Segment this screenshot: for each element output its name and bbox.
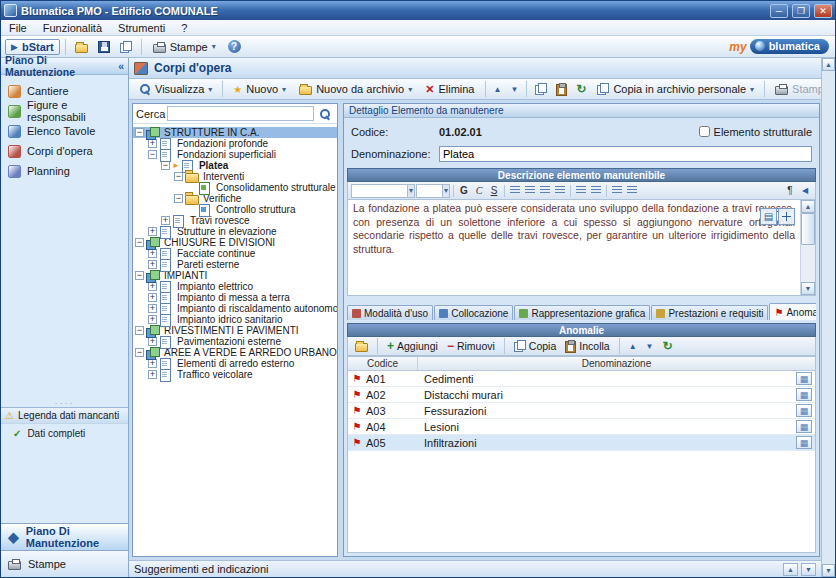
row-detail-button[interactable]: ▦ <box>796 436 812 449</box>
tree-node-platea[interactable]: −►Platea <box>133 160 337 171</box>
row-detail-button[interactable]: ▦ <box>796 404 812 417</box>
tab-prestazioni-e-requisiti[interactable]: Prestazioni e requisiti <box>651 305 768 320</box>
paragraph-button[interactable]: ¶ <box>783 184 797 198</box>
tree-node-impianti[interactable]: −IMPIANTI <box>133 270 337 281</box>
expand-icon[interactable]: + <box>148 282 157 291</box>
row-detail-button[interactable]: ▦ <box>796 372 812 385</box>
copia-archivio-button[interactable]: Copia in archivio personale ▾ <box>591 81 760 97</box>
undo-button[interactable]: ◀ <box>798 184 812 198</box>
table-row[interactable]: ⚑A02Distacchi murari▦ <box>348 387 815 403</box>
sidebar-item-figure-e-responsabili[interactable]: Figure e responsabili <box>1 101 128 121</box>
main-scrollbar[interactable]: ▲ ▼ <box>821 58 835 577</box>
aggiungi-button[interactable]: + Aggiungi <box>384 339 441 353</box>
bullet-list-button[interactable] <box>574 184 588 198</box>
move-handle-button[interactable] <box>778 208 795 225</box>
expand-icon[interactable]: + <box>148 293 157 302</box>
sidebar-item-planning[interactable]: Planning <box>1 161 128 181</box>
collapse-chevron-icon[interactable]: « <box>118 60 124 72</box>
collapse-icon[interactable]: − <box>161 161 170 170</box>
tree-node-travi-rovesce[interactable]: +Travi rovesce <box>133 215 337 226</box>
underline-button[interactable]: S <box>487 184 501 198</box>
tree-node-impianto-di-riscaldamento-autonomo[interactable]: +Impianto di riscaldamento autonomo <box>133 303 337 314</box>
row-down-button[interactable]: ▼ <box>643 342 657 351</box>
tree-node-controllo-struttura[interactable]: Controllo struttura <box>133 204 337 215</box>
search-button[interactable] <box>316 106 334 122</box>
scroll-down-icon[interactable]: ▼ <box>801 282 815 295</box>
stampe-button[interactable]: Stampe ▾ <box>147 39 222 55</box>
table-row[interactable]: ⚑A04Lesioni▦ <box>348 419 815 435</box>
tree-node-elementi-di-arredo-esterno[interactable]: +Elementi di arredo esterno <box>133 358 337 369</box>
denominazione-input[interactable] <box>439 146 812 162</box>
bold-button[interactable]: G <box>457 184 471 198</box>
elemento-strutturale-checkbox[interactable] <box>699 126 710 137</box>
archive-button[interactable] <box>352 340 371 352</box>
tree-node-traffico-veicolare[interactable]: +Traffico veicolare <box>133 369 337 380</box>
search-input[interactable] <box>167 106 314 121</box>
move-up-button[interactable]: ▲ <box>490 83 506 96</box>
help-button[interactable]: ? <box>224 38 245 55</box>
title-bar[interactable]: Blumatica PMO - Edificio COMUNALE ─ ❐ ✕ <box>1 1 835 20</box>
rimuovi-button[interactable]: − Rimuovi <box>444 339 498 353</box>
tree-node-rivestimenti-e-pavimenti[interactable]: −RIVESTIMENTI E PAVIMENTI <box>133 325 337 336</box>
nuovo-da-archivio-button[interactable]: Nuovo da archivio ▾ <box>293 81 418 97</box>
expand-icon[interactable]: + <box>148 227 157 236</box>
tree-node-chiusure-e-divisioni[interactable]: −CHIUSURE E DIVISIONI <box>133 237 337 248</box>
refresh-rows-button[interactable]: ↻ <box>659 340 675 352</box>
close-button[interactable]: ✕ <box>814 4 832 18</box>
collapse-icon[interactable]: − <box>135 348 144 357</box>
collapse-icon[interactable]: − <box>135 128 144 137</box>
collapse-icon[interactable]: − <box>148 150 157 159</box>
tab-collocazione[interactable]: Collocazione <box>434 305 513 320</box>
expand-icon[interactable]: + <box>148 249 157 258</box>
visualizza-button[interactable]: Visualizza ▾ <box>133 81 218 97</box>
insert-page-button[interactable]: ▤ <box>760 208 777 225</box>
nav-piano-di-manutenzione[interactable]: ◆ Piano Di Manutenzione <box>1 523 128 550</box>
copy-button[interactable] <box>531 81 551 97</box>
sidebar-item-cantiere[interactable]: Cantiere <box>1 81 128 101</box>
tree-node-strutture-in-c-a[interactable]: −STRUTTURE IN C.A. <box>133 127 337 138</box>
collapse-icon[interactable]: − <box>135 271 144 280</box>
expand-icon[interactable]: + <box>148 337 157 346</box>
tab-modalit-d-uso[interactable]: Modalità d'uso <box>347 305 433 320</box>
tree-node-verifiche[interactable]: −Verifiche <box>133 193 337 204</box>
align-right-button[interactable] <box>538 184 552 198</box>
tree-node-consolidamento-strutturale[interactable]: Consolidamento strutturale <box>133 182 337 193</box>
font-size-select[interactable]: ▾ <box>416 184 450 198</box>
sidebar-item-elenco-tavole[interactable]: Elenco Tavole <box>1 121 128 141</box>
row-detail-button[interactable]: ▦ <box>796 420 812 433</box>
splitter-grip[interactable]: ···· <box>1 400 128 407</box>
status-scroll-up-button[interactable]: ▲ <box>783 563 798 576</box>
column-header-codice[interactable]: Codice <box>348 357 418 370</box>
font-family-select[interactable]: ▾ <box>351 184 415 198</box>
nav-stampe[interactable]: Stampe <box>1 550 128 577</box>
nuovo-button[interactable]: ★ Nuovo ▾ <box>227 81 292 97</box>
tab-anomalie[interactable]: ⚑Anomalie <box>769 303 816 320</box>
sidebar-item-corpi-d-opera[interactable]: Corpi d'opera <box>1 141 128 161</box>
tree-node-pavimentazioni-esterne[interactable]: +Pavimentazioni esterne <box>133 336 337 347</box>
table-row[interactable]: ⚑A05Infiltrazioni▦ <box>348 435 815 451</box>
export-button[interactable] <box>116 39 136 55</box>
row-detail-button[interactable]: ▦ <box>796 388 812 401</box>
collapse-icon[interactable]: − <box>174 194 183 203</box>
expand-icon[interactable]: + <box>148 260 157 269</box>
tree-node-impianto-elettrico[interactable]: +Impianto elettrico <box>133 281 337 292</box>
move-down-button[interactable]: ▼ <box>506 83 522 96</box>
collapse-icon[interactable]: − <box>174 172 183 181</box>
tree-node-facciate-continue[interactable]: +Facciate continue <box>133 248 337 259</box>
scroll-thumb[interactable] <box>801 213 815 245</box>
indent-decrease-button[interactable] <box>610 184 624 198</box>
row-up-button[interactable]: ▲ <box>626 342 640 351</box>
tree-node-interventi[interactable]: −Interventi <box>133 171 337 182</box>
tree-node-fondazioni-profonde[interactable]: +Fondazioni profonde <box>133 138 337 149</box>
bstart-button[interactable]: ▶ bStart <box>5 39 60 55</box>
expand-icon[interactable]: + <box>148 139 157 148</box>
expand-icon[interactable]: + <box>148 304 157 313</box>
align-left-button[interactable] <box>508 184 522 198</box>
copia-button[interactable]: Copia <box>511 340 559 352</box>
indent-increase-button[interactable] <box>625 184 639 198</box>
align-justify-button[interactable] <box>553 184 567 198</box>
tree-node-aree-a-verde-e-arredo-urbano[interactable]: −AREE A VERDE E ARREDO URBANO <box>133 347 337 358</box>
menu-file[interactable]: File <box>1 21 35 35</box>
table-row[interactable]: ⚑A03Fessurazioni▦ <box>348 403 815 419</box>
scroll-up-icon[interactable]: ▲ <box>822 58 835 71</box>
